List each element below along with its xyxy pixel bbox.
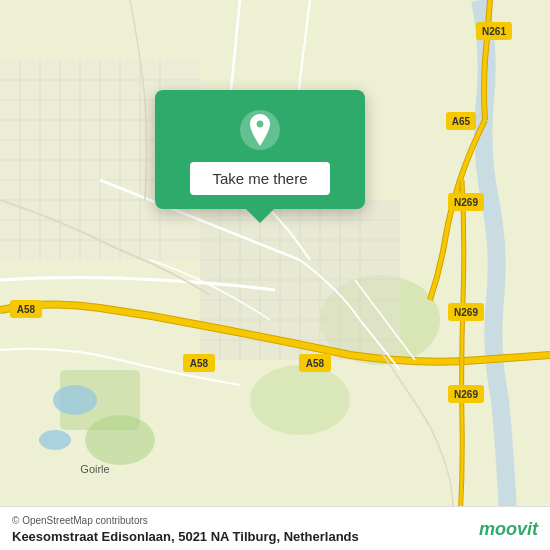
svg-point-2 — [250, 365, 350, 435]
address-text: Keesomstraat Edisonlaan, 5021 NA Tilburg… — [12, 529, 538, 544]
svg-point-4 — [85, 415, 155, 465]
svg-text:A58: A58 — [190, 358, 209, 369]
svg-text:N261: N261 — [482, 26, 506, 37]
map-background: A58 A58 A58 N261 A65 N269 N269 N269 Goir… — [0, 0, 550, 550]
map-pin-icon — [238, 108, 282, 152]
svg-text:A58: A58 — [306, 358, 325, 369]
take-me-there-button[interactable]: Take me there — [190, 162, 329, 195]
svg-text:N269: N269 — [454, 389, 478, 400]
svg-point-5 — [53, 385, 97, 415]
moovit-logo: moovit — [479, 519, 538, 540]
location-card: Take me there — [155, 90, 365, 209]
svg-text:N269: N269 — [454, 197, 478, 208]
attribution-text: © OpenStreetMap contributors — [12, 515, 538, 526]
svg-text:A65: A65 — [452, 116, 471, 127]
svg-text:A58: A58 — [17, 304, 36, 315]
svg-point-6 — [39, 430, 71, 450]
map-container: A58 A58 A58 N261 A65 N269 N269 N269 Goir… — [0, 0, 550, 550]
svg-text:N269: N269 — [454, 307, 478, 318]
bottom-bar: © OpenStreetMap contributors Keesomstraa… — [0, 506, 550, 550]
svg-text:Goirle: Goirle — [80, 463, 109, 475]
